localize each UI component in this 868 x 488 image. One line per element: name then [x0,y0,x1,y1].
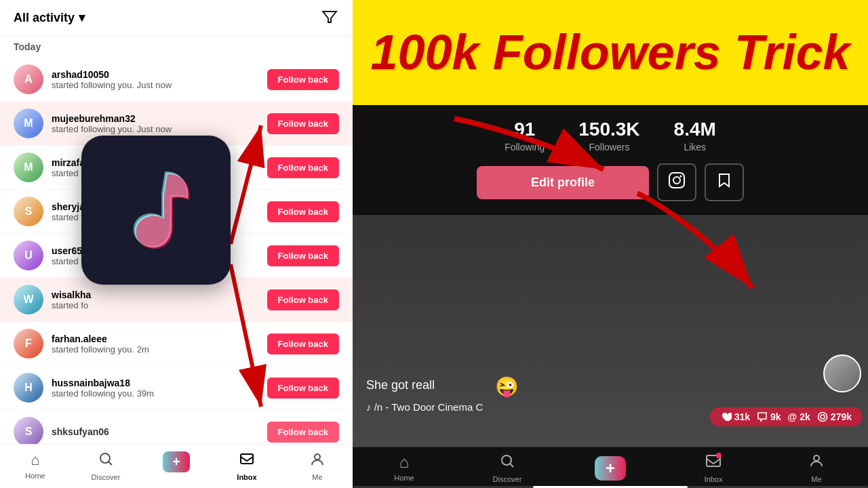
video-caption: She got reall [366,378,435,392]
username: farhan.aleee [52,333,259,344]
followers-label: Followers [589,142,629,152]
username: mujeeburehman32 [52,113,259,124]
discover-icon-right [499,453,515,473]
activity-text: hussnainbajwa18 started following you. 3… [52,378,259,399]
svg-point-12 [821,415,825,419]
avatar: H [14,373,43,403]
nav-home-label-right: Home [394,474,414,482]
right-panel: 100k Followers Trick 91 Following 150.3K… [353,0,868,488]
nav-inbox-right[interactable]: Inbox [662,453,765,483]
stat-following: 91 Following [505,119,545,152]
nav-inbox-label: Inbox [237,473,256,481]
follow-back-button[interactable]: Follow back [267,245,339,266]
nav-plus-right[interactable]: + [559,453,662,483]
bookmark-icon-button[interactable] [705,163,744,201]
nav-discover-right[interactable]: Discover [456,453,559,483]
likes-number: 8.4M [674,119,716,140]
stat-likes: 8.4M Likes [674,119,716,152]
inbox-icon-right [705,453,722,473]
left-panel: All activity ▾ Today A arshad10050 start… [0,0,353,488]
profile-icon-right [808,453,825,473]
nav-inbox-left[interactable]: Inbox [212,445,282,488]
home-icon: ⌂ [31,451,39,469]
today-label: Today [0,36,353,58]
bottom-nav-right: ⌂ Home Discover + Inbox Me [353,447,868,486]
activity-item: S shksufyan06 Follow back [0,410,353,444]
chevron-down-icon: ▾ [79,10,85,25]
activity-item: F farhan.aleee started following you. 2m… [0,322,353,366]
following-label: Following [505,142,545,152]
username: wisalkha [52,289,259,300]
follow-back-button[interactable]: Follow back [267,157,339,178]
banner-text: 100k Followers Trick [370,26,850,79]
plus-button-right[interactable]: + [595,456,626,481]
follow-back-button[interactable]: Follow back [267,289,339,310]
nav-home-label: Home [25,472,45,480]
inbox-icon [239,453,254,470]
yellow-banner: 100k Followers Trick [353,0,868,105]
instagram-icon-button[interactable] [657,163,696,201]
follow-back-button[interactable]: Follow back [267,113,339,134]
nav-home-right[interactable]: ⌂ Home [353,453,456,483]
activity-desc: started following you. 2m [52,344,259,354]
activity-text: shksufyan06 [52,426,259,437]
edit-profile-button[interactable]: Edit profile [477,166,649,199]
svg-point-10 [680,176,682,178]
avatar: F [14,329,43,359]
plus-icon: + [172,454,180,470]
filter-icon[interactable] [320,7,339,28]
follow-back-button[interactable]: Follow back [267,333,339,354]
avatar: M [14,152,43,182]
follow-back-button[interactable]: Follow back [267,422,339,443]
nav-me-left[interactable]: Me [282,445,353,488]
follow-back-button[interactable]: Follow back [267,378,339,399]
nav-me-label-right: Me [811,475,821,483]
profile-icon [310,451,325,470]
all-activity-dropdown[interactable]: All activity ▾ [14,10,85,25]
following-number: 91 [514,119,535,140]
shares-stat: @2k [788,411,810,422]
avatar: S [14,417,43,444]
profile-section: 91 Following 150.3K Followers 8.4M Likes… [353,105,868,215]
nav-me-right[interactable]: Me [765,453,868,483]
username: hussnainbajwa18 [52,378,259,388]
views-stat: 279k [817,411,852,422]
home-icon-right: ⌂ [399,453,410,472]
stat-followers: 150.3K Followers [578,119,639,152]
creator-avatar [823,354,861,392]
svg-point-14 [502,455,511,465]
svg-line-15 [510,464,513,467]
follow-back-button[interactable]: Follow back [267,201,339,222]
nav-discover-label: Discover [92,473,121,481]
followers-number: 150.3K [578,119,639,140]
activity-text: farhan.aleee started following you. 2m [52,333,259,354]
svg-line-5 [108,462,112,465]
video-section: She got reall 😜 ♪ /n - Two Door Cinema C… [353,215,868,447]
avatar: W [14,285,43,314]
activity-text: wisalkha started fo [52,289,259,310]
nav-inbox-label-right: Inbox [705,475,723,483]
nav-discover-label-right: Discover [493,475,522,483]
activity-text: mujeeburehman32 started following you. J… [52,113,259,134]
follow-back-button[interactable]: Follow back [267,69,339,90]
avatar: A [14,64,43,94]
actions-row: Edit profile [373,163,848,201]
svg-point-4 [100,453,110,463]
bottom-nav-left: ⌂ Home Discover + Inbox M [0,444,353,488]
activity-header: All activity ▾ [0,0,353,36]
svg-point-9 [673,177,680,184]
music-info: ♪ /n - Two Door Cinema C [366,401,483,413]
nav-discover-left[interactable]: Discover [71,445,141,488]
inbox-notification-dot [716,453,722,458]
activity-text: arshad10050 started following you. Just … [52,69,259,90]
video-emoji: 😜 [495,375,519,398]
plus-button-left[interactable]: + [163,451,190,472]
likes-label: Likes [684,142,706,152]
nav-home-left[interactable]: ⌂ Home [0,445,71,488]
header-title: All activity [14,11,75,25]
discover-icon [98,451,113,470]
username: shksufyan06 [52,426,259,437]
comments-stat: 9k [757,411,781,422]
avatar: U [14,241,43,270]
nav-plus-left[interactable]: + [141,445,212,488]
